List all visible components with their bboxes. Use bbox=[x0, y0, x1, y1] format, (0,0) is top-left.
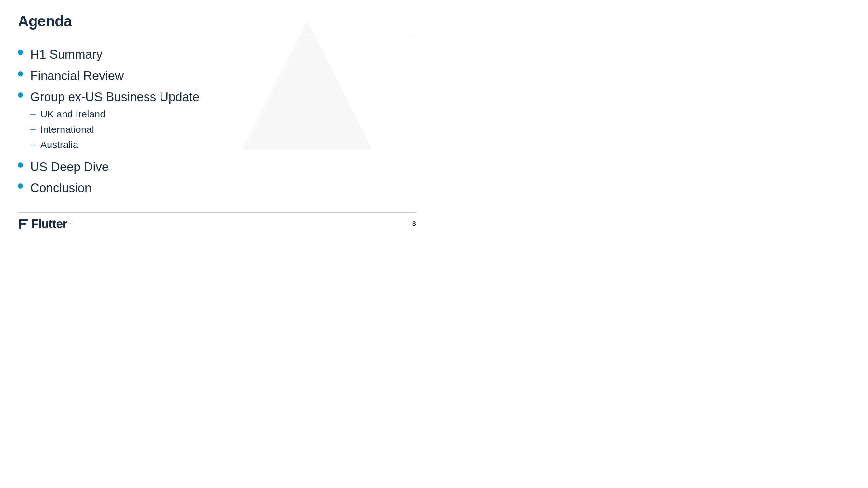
svg-rect-3 bbox=[19, 219, 21, 229]
sub-item-uk-ireland: – UK and Ireland bbox=[30, 108, 105, 120]
sub-item-international: – International bbox=[30, 123, 105, 136]
agenda-item-label: H1 Summary bbox=[30, 47, 102, 62]
slide-title: Agenda bbox=[18, 13, 416, 30]
sub-item-australia: – Australia bbox=[30, 138, 105, 151]
agenda-item-group-ex-us: Group ex-US Business Update – UK and Ire… bbox=[18, 90, 416, 154]
sub-item-label: UK and Ireland bbox=[40, 108, 105, 120]
agenda-list: H1 Summary Financial Review Group ex-US … bbox=[18, 47, 416, 196]
sub-item-label: Australia bbox=[40, 138, 79, 151]
slide-footer: Flutter ™ 3 bbox=[18, 213, 416, 231]
header-divider bbox=[18, 34, 416, 35]
flutter-logo-icon bbox=[18, 217, 32, 231]
slide-container: Agenda H1 Summary Financial Review Group… bbox=[0, 0, 434, 244]
flutter-logo-trademark: ™ bbox=[68, 222, 72, 226]
agenda-item-label: US Deep Dive bbox=[30, 159, 109, 175]
sub-item-label: International bbox=[40, 123, 94, 136]
sub-dash: – bbox=[30, 124, 36, 134]
bullet-dot bbox=[18, 71, 23, 76]
agenda-item-label: Group ex-US Business Update bbox=[30, 90, 199, 105]
sub-items-list: – UK and Ireland – International – Austr… bbox=[18, 108, 105, 154]
slide-header: Agenda bbox=[18, 13, 416, 34]
bullet-dot bbox=[18, 184, 23, 189]
page-number: 3 bbox=[412, 220, 416, 228]
bullet-dot bbox=[18, 92, 23, 98]
agenda-item-label: Financial Review bbox=[30, 68, 124, 84]
agenda-item-label: Conclusion bbox=[30, 181, 92, 196]
slide-content: H1 Summary Financial Review Group ex-US … bbox=[18, 40, 416, 213]
bullet-dot bbox=[18, 50, 23, 55]
agenda-item-conclusion: Conclusion bbox=[18, 181, 416, 196]
sub-dash: – bbox=[30, 109, 36, 119]
agenda-item-h1-summary: H1 Summary bbox=[18, 47, 416, 62]
agenda-item-us-deep-dive: US Deep Dive bbox=[18, 159, 416, 175]
agenda-item-financial-review: Financial Review bbox=[18, 68, 416, 84]
bullet-dot bbox=[18, 162, 23, 167]
flutter-logo-text: Flutter bbox=[31, 218, 67, 230]
sub-dash: – bbox=[30, 139, 36, 149]
flutter-logo: Flutter ™ bbox=[18, 217, 72, 231]
